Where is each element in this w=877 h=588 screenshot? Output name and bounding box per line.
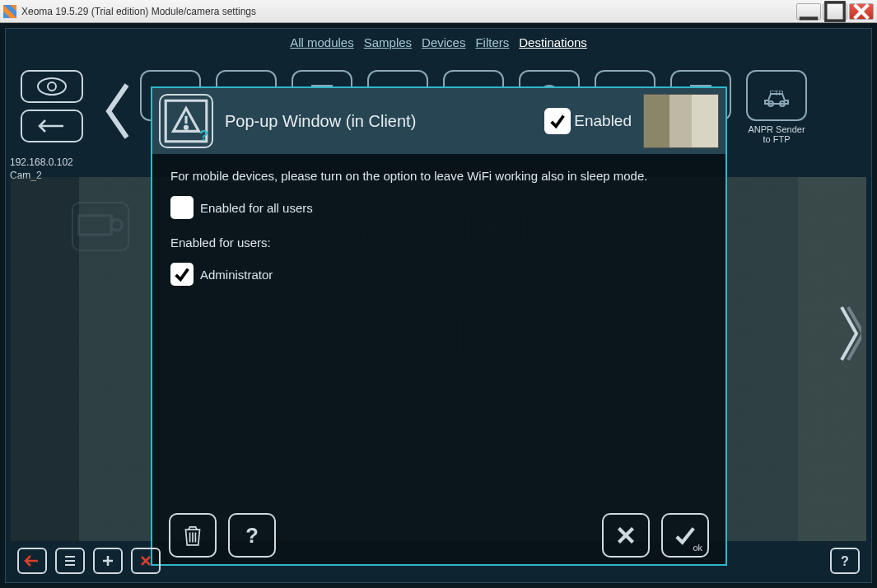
- nav-destinations[interactable]: Destinations: [519, 35, 587, 49]
- svg-rect-25: [79, 216, 112, 235]
- module-scroll-right[interactable]: [837, 301, 861, 370]
- all-users-checkbox[interactable]: [170, 196, 194, 219]
- remove-button[interactable]: [131, 548, 161, 574]
- status-bar: ?: [9, 543, 868, 579]
- svg-rect-1: [826, 2, 844, 20]
- popup-settings-dialog: ? Pop-up Window (in Client) Enabled For …: [151, 86, 727, 566]
- app-icon: [3, 5, 16, 18]
- bottom-back-button[interactable]: [17, 548, 47, 574]
- nav-all-modules[interactable]: All modules: [290, 35, 354, 49]
- svg-text:FTP: FTP: [770, 89, 784, 97]
- users-header: Enabled for users:: [170, 236, 707, 250]
- svg-point-5: [48, 82, 56, 91]
- nav-devices[interactable]: Devices: [422, 35, 465, 49]
- user-checkbox-administrator[interactable]: [170, 263, 194, 286]
- add-button[interactable]: [93, 548, 123, 574]
- nav-filters[interactable]: Filters: [475, 35, 509, 49]
- close-button[interactable]: [849, 3, 874, 20]
- svg-point-38: [184, 126, 187, 128]
- popup-window-icon: ?: [159, 94, 213, 148]
- module-scroll-left[interactable]: [100, 78, 133, 147]
- module-filter-nav: All modules Samples Devices Filters Dest…: [6, 29, 871, 56]
- user-label: Administrator: [200, 268, 273, 282]
- dialog-body: For mobile devices, please turn on the o…: [152, 154, 725, 506]
- window-title: Xeoma 19.5.29 (Trial edition) Module/cam…: [21, 6, 796, 17]
- global-help-button[interactable]: ?: [830, 548, 860, 574]
- minimize-button[interactable]: [796, 3, 821, 20]
- enabled-label: Enabled: [574, 112, 632, 130]
- view-button[interactable]: [21, 70, 83, 103]
- svg-point-4: [38, 78, 66, 95]
- back-button[interactable]: [21, 110, 83, 142]
- list-button[interactable]: [55, 548, 85, 574]
- dialog-header: ? Pop-up Window (in Client) Enabled: [152, 88, 725, 154]
- svg-text:?: ?: [841, 554, 849, 568]
- module-item[interactable]: FTP ANPR Sender to FTP: [744, 70, 809, 144]
- nav-samples[interactable]: Samples: [364, 35, 412, 49]
- dialog-title: Pop-up Window (in Client): [225, 112, 533, 131]
- maximize-button[interactable]: [823, 3, 847, 20]
- window-titlebar: Xeoma 19.5.29 (Trial edition) Module/cam…: [0, 0, 877, 23]
- enabled-checkbox[interactable]: [544, 108, 571, 134]
- module-label: ANPR Sender to FTP: [744, 124, 809, 144]
- all-users-label: Enabled for all users: [200, 201, 313, 215]
- dialog-instruction: For mobile devices, please turn on the o…: [170, 169, 707, 183]
- camera-ip: 192.168.0.102: [10, 156, 73, 170]
- svg-point-26: [111, 220, 122, 231]
- camera-thumbnail[interactable]: [643, 94, 719, 148]
